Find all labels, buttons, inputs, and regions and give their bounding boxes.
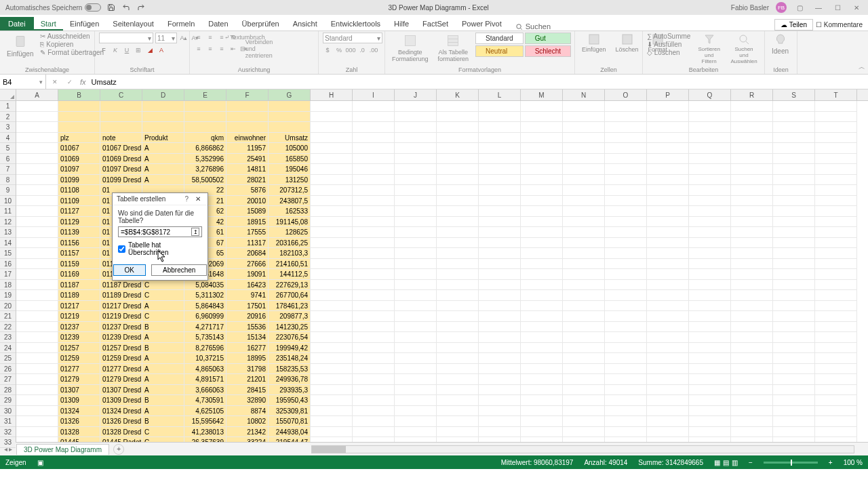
table-cell[interactable] — [184, 122, 226, 133]
row-header[interactable]: 15 — [0, 248, 16, 259]
table-cell[interactable]: 293935,3 — [269, 385, 311, 396]
table-cell[interactable]: 235148,24 — [269, 353, 311, 364]
font-name-combo[interactable]: ▾ — [99, 33, 153, 43]
tab-formulas[interactable]: Formeln — [161, 17, 201, 30]
toggle-off-icon[interactable] — [85, 3, 101, 12]
tab-pagelayout[interactable]: Seitenlayout — [106, 17, 161, 30]
column-header[interactable]: I — [353, 89, 395, 100]
dialog-range-input[interactable]: =$B$4:$G$8172 ↥ — [118, 226, 202, 237]
row-header[interactable]: 23 — [0, 332, 16, 343]
fill-button[interactable]: ⬇ Ausfüllen — [647, 41, 690, 48]
dialog-close-icon[interactable]: ✕ — [193, 195, 203, 203]
save-icon[interactable] — [106, 3, 116, 12]
cancel-formula-icon[interactable]: ✕ — [50, 77, 60, 87]
column-header[interactable]: Q — [689, 89, 731, 100]
column-header[interactable]: N — [563, 89, 605, 100]
percent-icon[interactable]: % — [334, 45, 344, 55]
conditional-formatting-button[interactable]: Bedingte Formatierung — [389, 33, 431, 64]
tab-developer[interactable]: Entwicklertools — [324, 17, 387, 30]
table-cell[interactable]: 28021 — [226, 175, 269, 186]
style-standard[interactable]: Standard — [475, 33, 524, 44]
style-gut[interactable]: Gut — [525, 33, 571, 44]
table-cell[interactable]: 01445 — [58, 437, 100, 442]
table-cell[interactable]: 14811 — [226, 164, 269, 175]
column-header[interactable]: M — [521, 89, 563, 100]
table-cell[interactable]: A — [142, 406, 184, 417]
sheet-tab-active[interactable]: 3D Power Map Diagramm — [16, 444, 109, 455]
italic-button[interactable]: K — [111, 45, 120, 55]
table-cell[interactable]: B — [142, 322, 184, 333]
table-cell[interactable]: 01309 — [58, 395, 100, 406]
row-header[interactable]: 31 — [0, 416, 16, 427]
table-cell[interactable]: 131250 — [269, 175, 311, 186]
table-cell[interactable]: 11317 — [226, 238, 269, 249]
table-cell[interactable]: C — [142, 427, 184, 438]
row-header[interactable]: 17 — [0, 269, 16, 280]
row-header[interactable]: 33 — [0, 437, 16, 448]
row-header[interactable]: 12 — [0, 217, 16, 228]
table-cell[interactable]: 16277 — [226, 343, 269, 354]
table-cell[interactable]: 3,276896 — [184, 164, 226, 175]
table-cell[interactable]: 223076,54 — [269, 332, 311, 343]
inc-decimal-icon[interactable]: .0 — [357, 45, 367, 55]
column-header[interactable]: B — [58, 89, 100, 100]
currency-icon[interactable]: $ — [323, 45, 332, 55]
table-cell[interactable]: 15089 — [226, 206, 269, 217]
table-header-cell[interactable]: einwohner — [226, 133, 269, 144]
table-cell[interactable]: 01069 — [58, 154, 100, 165]
column-header[interactable]: C — [100, 89, 142, 100]
ideas-button[interactable]: Ideen — [769, 33, 791, 56]
row-header[interactable]: 19 — [0, 290, 16, 301]
table-cell[interactable]: 27666 — [226, 259, 269, 270]
row-header[interactable]: 26 — [0, 364, 16, 375]
table-cell[interactable]: A — [142, 175, 184, 186]
table-cell[interactable]: 10802 — [226, 416, 269, 427]
table-cell[interactable]: 195046 — [269, 164, 311, 175]
table-header-cell[interactable]: Umsatz — [269, 133, 311, 144]
row-header[interactable]: 14 — [0, 238, 16, 249]
table-cell[interactable]: 11957 — [226, 143, 269, 154]
name-box[interactable]: B4 ▾ — [0, 75, 46, 89]
add-sheet-button[interactable]: + — [113, 444, 124, 455]
table-cell[interactable]: 227629,13 — [269, 280, 311, 291]
headers-checkbox-input[interactable] — [118, 245, 125, 253]
align-right-icon[interactable]: ≡ — [217, 44, 226, 54]
table-cell[interactable] — [58, 112, 100, 123]
ribbon-search[interactable]: Suchen — [515, 22, 551, 30]
table-header-cell[interactable]: Produkt — [142, 133, 184, 144]
table-cell[interactable]: 01328 Dresd — [100, 427, 142, 438]
table-cell[interactable]: 01189 Dresd — [100, 290, 142, 301]
table-cell[interactable]: 01187 Dresd — [100, 280, 142, 291]
table-cell[interactable]: 01217 — [58, 301, 100, 312]
view-page-break-icon[interactable]: ▥ — [732, 459, 738, 466]
table-cell[interactable]: 01259 Dresd — [100, 353, 142, 364]
indent-dec-icon[interactable]: ⇤ — [229, 44, 238, 54]
table-cell[interactable]: 01326 — [58, 416, 100, 427]
table-cell[interactable] — [226, 122, 269, 133]
table-cell[interactable]: 16423 — [226, 280, 269, 291]
chevron-down-icon[interactable]: ▾ — [39, 79, 43, 85]
table-cell[interactable]: 01129 — [58, 217, 100, 228]
table-cell[interactable]: 01099 Dresd — [100, 175, 142, 186]
table-cell[interactable]: 3,666063 — [184, 385, 226, 396]
table-cell[interactable]: 162533 — [269, 206, 311, 217]
table-cell[interactable]: A — [142, 364, 184, 375]
style-schlecht[interactable]: Schlecht — [525, 45, 571, 57]
column-header[interactable]: D — [142, 89, 184, 100]
table-cell[interactable]: 01277 — [58, 364, 100, 375]
table-header-cell[interactable]: plz — [58, 133, 100, 144]
table-cell[interactable]: 5,084035 — [184, 280, 226, 291]
row-header[interactable]: 6 — [0, 154, 16, 165]
table-cell[interactable]: 9741 — [226, 290, 269, 301]
table-cell[interactable]: 01169 — [58, 269, 100, 280]
table-cell[interactable]: 15,595642 — [184, 416, 226, 427]
table-cell[interactable]: 203166,25 — [269, 238, 311, 249]
table-cell[interactable]: 01237 — [58, 322, 100, 333]
table-cell[interactable]: A — [142, 301, 184, 312]
table-cell[interactable]: 01139 — [58, 227, 100, 238]
style-neutral[interactable]: Neutral — [475, 45, 524, 57]
paste-button[interactable]: Einfügen — [4, 33, 36, 59]
tab-help[interactable]: Hilfe — [387, 17, 416, 30]
table-cell[interactable]: 20916 — [226, 311, 269, 322]
table-cell[interactable]: 01097 Dresd — [100, 164, 142, 175]
